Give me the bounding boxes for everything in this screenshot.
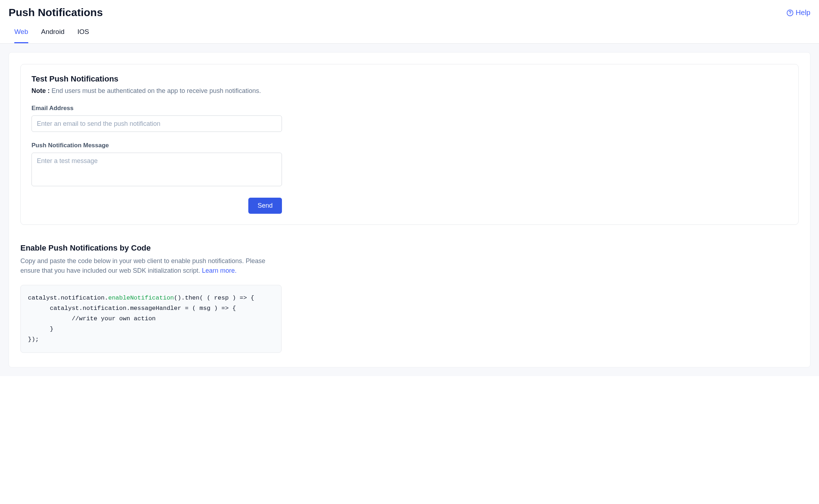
email-input[interactable] (31, 115, 282, 132)
test-card-note: Note : End users must be authenticated o… (31, 87, 788, 95)
help-icon (786, 9, 794, 16)
tab-ios[interactable]: IOS (77, 28, 89, 43)
help-link[interactable]: Help (786, 6, 810, 17)
tabs: Web Android IOS (14, 28, 103, 43)
enable-title: Enable Push Notifications by Code (20, 243, 799, 253)
send-button[interactable]: Send (248, 198, 282, 214)
svg-point-1 (790, 14, 790, 14)
code-fn: enableNotification (108, 295, 174, 301)
content-area: Test Push Notifications Note : End users… (0, 44, 819, 376)
message-label: Push Notification Message (31, 142, 788, 149)
help-label: Help (796, 9, 810, 17)
test-card-title: Test Push Notifications (31, 74, 788, 84)
code-block: catalyst.notification.enableNotification… (20, 285, 282, 353)
enable-section: Enable Push Notifications by Code Copy a… (20, 243, 799, 353)
test-push-card: Test Push Notifications Note : End users… (20, 64, 799, 225)
message-input[interactable] (31, 153, 282, 186)
page-title: Push Notifications (9, 6, 103, 19)
page-header: Push Notifications Web Android IOS Help (0, 0, 819, 44)
email-label: Email Address (31, 105, 788, 112)
main-panel: Test Push Notifications Note : End users… (9, 52, 810, 367)
enable-description: Copy and paste the code below in your we… (20, 256, 278, 276)
note-text: End users must be authenticated on the a… (50, 87, 261, 94)
note-prefix: Note : (31, 87, 50, 94)
tab-web[interactable]: Web (14, 28, 28, 43)
tab-android[interactable]: Android (41, 28, 65, 43)
learn-more-link[interactable]: Learn more. (202, 267, 237, 274)
